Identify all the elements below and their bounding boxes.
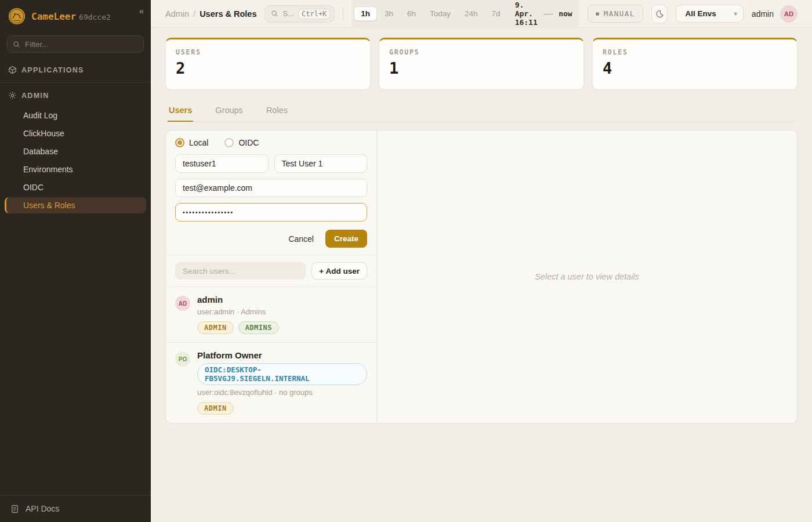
group-badge-admins: ADMINS bbox=[238, 321, 279, 334]
range-7d-button[interactable]: 7d bbox=[485, 7, 507, 20]
users-card-value: 2 bbox=[176, 59, 360, 77]
radio-oidc-control[interactable] bbox=[224, 138, 234, 147]
tab-groups[interactable]: Groups bbox=[214, 101, 244, 121]
auth-type-radios: Local OIDC bbox=[175, 138, 367, 147]
users-card-label: USERS bbox=[176, 48, 360, 56]
create-button[interactable]: Create bbox=[325, 230, 367, 248]
search-icon bbox=[13, 40, 20, 50]
status-dot bbox=[596, 12, 599, 16]
password-field[interactable] bbox=[175, 203, 367, 222]
form-actions: Cancel Create bbox=[175, 230, 367, 248]
sidebar-item-users-roles[interactable]: Users & Roles bbox=[5, 197, 146, 213]
display-name-field[interactable] bbox=[274, 154, 368, 173]
top-header: Admin / Users & Roles S... Ctrl+K 1h 3h … bbox=[151, 0, 812, 28]
groups-stat-card: GROUPS 1 bbox=[379, 38, 584, 90]
users-stat-card: USERS 2 bbox=[165, 38, 371, 90]
name-fields-row bbox=[175, 154, 367, 173]
avatar: PO bbox=[175, 351, 190, 367]
range-today-button[interactable]: Today bbox=[423, 7, 457, 20]
search-shortcut: Ctrl+K bbox=[298, 9, 330, 19]
radio-local-control[interactable] bbox=[175, 138, 184, 147]
cube-icon bbox=[8, 66, 17, 74]
global-search-button[interactable]: S... Ctrl+K bbox=[264, 5, 335, 23]
section-applications[interactable]: APPLICATIONS bbox=[0, 60, 151, 80]
stat-cards: USERS 2 GROUPS 1 ROLES 4 bbox=[165, 38, 798, 90]
username-field[interactable] bbox=[175, 154, 269, 173]
oidc-issuer-badge: OIDC:DESKTOP-FB5VGJ9.SIEGELN.INTERNAL bbox=[197, 363, 367, 385]
radio-oidc[interactable]: OIDC bbox=[224, 138, 259, 147]
sidebar: CameLeer69dcce2 « APPLICATIONS ADMIN Aud… bbox=[0, 0, 151, 522]
api-docs-label: API Docs bbox=[26, 504, 59, 513]
time-range-bar: 1h 3h 6h Today 24h 7d 9. Apr. 16:11 — no… bbox=[351, 0, 579, 29]
user-name: admin bbox=[197, 295, 279, 304]
user-badges: ADMIN ADMINS bbox=[197, 321, 279, 334]
header-username: admin bbox=[752, 9, 774, 19]
sidebar-item-audit-log[interactable]: Audit Log bbox=[5, 107, 146, 124]
app-name: CameLeer bbox=[31, 11, 76, 22]
role-badge-admin: ADMIN bbox=[197, 321, 234, 334]
user-row-platform-owner[interactable]: PO Platform Owner OIDC:DESKTOP-FB5VGJ9.S… bbox=[166, 342, 376, 423]
user-row-body: Platform Owner OIDC:DESKTOP-FB5VGJ9.SIEG… bbox=[197, 350, 367, 415]
user-row-admin[interactable]: AD admin user:admin · Admins ADMIN ADMIN… bbox=[166, 287, 376, 342]
refresh-mode-button[interactable]: MANUAL bbox=[588, 5, 643, 23]
main-content: USERS 2 GROUPS 1 ROLES 4 Users Groups Ro… bbox=[151, 28, 812, 433]
section-applications-label: APPLICATIONS bbox=[21, 66, 84, 74]
section-admin[interactable]: ADMIN bbox=[0, 85, 151, 106]
user-name: Platform Owner bbox=[197, 350, 367, 360]
sidebar-item-clickhouse[interactable]: ClickHouse bbox=[5, 125, 146, 142]
admin-nav: Audit Log ClickHouse Database Environmen… bbox=[0, 106, 151, 220]
cancel-button[interactable]: Cancel bbox=[288, 234, 314, 244]
sidebar-item-database[interactable]: Database bbox=[5, 143, 146, 160]
groups-card-value: 1 bbox=[389, 59, 574, 77]
user-meta: user:admin · Admins bbox=[197, 307, 279, 316]
filter-input[interactable] bbox=[7, 35, 144, 53]
user-badges: ADMIN bbox=[197, 402, 367, 415]
users-panel: Local OIDC Cancel Create bbox=[165, 130, 798, 423]
user-search-row: + Add user bbox=[166, 255, 376, 287]
range-3h-button[interactable]: 3h bbox=[378, 7, 400, 20]
radio-local[interactable]: Local bbox=[175, 138, 208, 147]
range-6h-button[interactable]: 6h bbox=[401, 7, 422, 20]
sidebar-item-environments[interactable]: Environments bbox=[5, 161, 146, 177]
gear-icon bbox=[8, 91, 17, 100]
roles-card-label: ROLES bbox=[603, 48, 787, 56]
document-icon bbox=[10, 505, 19, 513]
role-badge-admin: ADMIN bbox=[197, 402, 234, 415]
tab-roles[interactable]: Roles bbox=[265, 101, 289, 121]
time-to[interactable]: now bbox=[559, 9, 572, 18]
tab-users[interactable]: Users bbox=[168, 101, 193, 122]
search-users-input[interactable] bbox=[175, 262, 306, 280]
email-field[interactable] bbox=[175, 179, 367, 197]
avatar: AD bbox=[175, 296, 190, 311]
radio-oidc-label: OIDC bbox=[238, 138, 259, 147]
moon-icon bbox=[655, 9, 664, 19]
app-version: 69dcce2 bbox=[79, 13, 111, 21]
groups-card-label: GROUPS bbox=[389, 48, 574, 56]
refresh-mode-label: MANUAL bbox=[604, 9, 635, 18]
search-icon bbox=[271, 10, 278, 17]
sidebar-divider bbox=[0, 82, 151, 83]
radio-local-label: Local bbox=[189, 138, 208, 147]
api-docs-link[interactable]: API Docs bbox=[0, 495, 151, 522]
sidebar-header: CameLeer69dcce2 « bbox=[0, 0, 151, 31]
sidebar-filter bbox=[7, 35, 144, 53]
users-left-column: Local OIDC Cancel Create bbox=[166, 130, 377, 423]
breadcrumb-admin[interactable]: Admin bbox=[165, 9, 189, 19]
section-admin-label: ADMIN bbox=[21, 92, 49, 100]
search-label: S... bbox=[282, 9, 294, 18]
range-1h-button[interactable]: 1h bbox=[354, 6, 377, 21]
tab-bar: Users Groups Roles bbox=[165, 101, 798, 122]
sidebar-item-oidc[interactable]: OIDC bbox=[5, 179, 146, 195]
theme-toggle-button[interactable] bbox=[651, 5, 668, 23]
breadcrumb-separator: / bbox=[193, 9, 195, 19]
camel-logo-icon bbox=[8, 8, 26, 25]
range-24h-button[interactable]: 24h bbox=[458, 7, 484, 20]
user-avatar[interactable]: AD bbox=[780, 5, 798, 23]
add-user-button[interactable]: + Add user bbox=[311, 262, 367, 280]
breadcrumb-current: Users & Roles bbox=[200, 9, 256, 19]
sidebar-collapse-icon[interactable]: « bbox=[139, 6, 144, 16]
env-select[interactable]: All Envs ▾ bbox=[676, 5, 744, 23]
time-from[interactable]: 9. Apr. 16:11 bbox=[515, 1, 538, 27]
empty-state-text: Select a user to view details bbox=[535, 272, 639, 281]
chevron-down-icon: ▾ bbox=[734, 10, 737, 17]
